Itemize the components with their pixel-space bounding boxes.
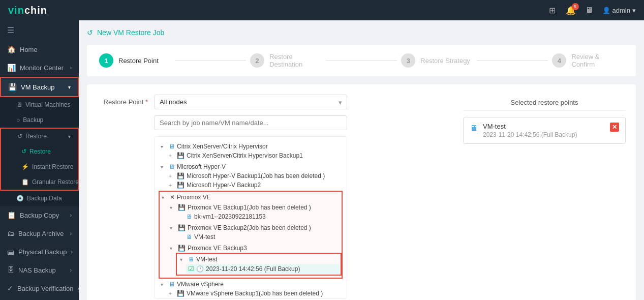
hyperv-b2-label: Microsoft Hyper-V Backup2	[187, 182, 341, 189]
tree-row-vm-test-b2[interactable]: 🖥 VM-test	[176, 232, 342, 242]
citrix-b1-label: Citrix XenServer/Citrix Hypervisor Backu…	[187, 152, 341, 159]
rp-name: VM-test	[483, 123, 605, 130]
tree-row-hyperv[interactable]: ▾ 🖥 Microsoft Hyper-V	[159, 162, 343, 171]
rp-remove-button[interactable]: ✕	[610, 123, 619, 132]
backup-icon: ○	[16, 116, 20, 124]
hyperv-b2-icon: 💾	[177, 182, 185, 189]
admin-label: admin	[612, 7, 630, 14]
sidebar-item-backup[interactable]: ○ Backup	[0, 112, 79, 128]
physical-backup-chevron-icon: ›	[71, 249, 72, 255]
vm-test-b3-children: ☑ 🕐 2023-11-20 14:42:56 (Full Backup)	[186, 264, 340, 274]
citrix-b1-toggle: +	[169, 153, 175, 159]
nodes-select[interactable]: All nodes	[154, 95, 347, 109]
nodes-select-wrapper: All nodes ▾	[154, 95, 347, 109]
form-area: Restore Point * All nodes ▾	[97, 95, 455, 299]
proxmox-b1-label: Proxmox VE Backup1(Job has been deleted …	[188, 204, 340, 211]
sidebar-vm-backup-label: VM Backup	[21, 83, 54, 91]
vmware-toggle-icon: ▾	[161, 282, 167, 287]
sidebar-item-resources[interactable]: 📦 Resources ›	[0, 297, 79, 300]
tree-row-bk-vm1[interactable]: 🖥 bk-vm1--20230922181153	[176, 212, 342, 221]
hyperv-b1-label: Microsoft Hyper-V Backup1(Job has been d…	[187, 172, 341, 179]
step-1-label: Restore Point	[118, 57, 159, 65]
restore-point-card: 🖥 VM-test 2023-11-20 14:42:56 (Full Back…	[463, 117, 626, 144]
step-3-label: Restore Strategy	[420, 57, 470, 65]
vm-backup-submenu: 🖥 Virtual Machines ○ Backup ↺ Restore ▾ …	[0, 97, 79, 206]
tree-row-citrix[interactable]: ▾ 🖥 Citrix XenServer/Citrix Hypervisor	[159, 142, 343, 151]
main-layout: ☰ 🏠 Home 📊 Monitor Center › 💾 VM Backup …	[0, 20, 644, 300]
tree-row-proxmox-b3[interactable]: ▾ 💾 Proxmox VE Backup3	[168, 244, 342, 253]
backup-data-icon: 💿	[16, 195, 24, 202]
logo: vinchin	[8, 5, 47, 16]
hyperv-label: Microsoft Hyper-V	[177, 163, 341, 170]
backup-archive-icon: 🗂	[7, 229, 14, 237]
sidebar-item-monitor[interactable]: 📊 Monitor Center ›	[0, 58, 79, 77]
sidebar-item-home[interactable]: 🏠 Home	[0, 40, 79, 58]
vm-test-b2-icon: 🖥	[186, 233, 192, 241]
tree-row-proxmox[interactable]: ▾ ✕ Proxmox VE	[160, 193, 342, 202]
admin-menu[interactable]: 👤 admin ▾	[602, 7, 636, 14]
panel-title: Selected restore points	[463, 95, 626, 111]
vm-icon: 🖥	[16, 101, 22, 108]
citrix-b1-icon: 💾	[177, 152, 185, 159]
backup-copy-icon: 📋	[7, 211, 16, 219]
sidebar-item-restore[interactable]: ↺ Restore ▾	[1, 129, 78, 144]
sidebar-item-vm-backup[interactable]: 💾 VM Backup ▾	[0, 77, 79, 97]
rp-vm-icon: 🖥	[470, 124, 478, 133]
hyperv-children: + 💾 Microsoft Hyper-V Backup1(Job has be…	[167, 171, 343, 190]
search-input[interactable]	[154, 115, 347, 130]
sidebar-item-backup-verification[interactable]: ✓ Backup Verification ›	[0, 279, 79, 297]
main-content: ↺ New VM Restore Job 1 Restore Point 2 R…	[79, 20, 644, 300]
tree-row-hyperv-backup1[interactable]: + 💾 Microsoft Hyper-V Backup1(Job has be…	[167, 171, 343, 181]
step-1-num: 1	[99, 53, 113, 68]
granular-restore-icon: 📋	[21, 178, 29, 186]
tree-row-proxmox-b1[interactable]: ▾ 💾 Proxmox VE Backup1(Job has been dele…	[168, 203, 342, 212]
tree-row-proxmox-b2[interactable]: ▾ 💾 Proxmox VE Backup2(Job has been dele…	[168, 223, 342, 232]
step-divider-2	[326, 61, 397, 61]
sidebar-item-backup-archive[interactable]: 🗂 Backup Archive ›	[0, 224, 79, 243]
notification-bell[interactable]: 🔔 5	[566, 5, 576, 15]
tree-container: ▾ 🖥 Citrix XenServer/Citrix Hypervisor +…	[154, 136, 347, 299]
sidebar-item-granular-restore[interactable]: 📋 Granular Restore	[5, 174, 78, 190]
sidebar-item-physical-backup[interactable]: 🖴 Physical Backup ›	[0, 243, 79, 261]
monitor-icon[interactable]: 🖥	[584, 5, 594, 15]
grid-icon[interactable]: ⊞	[547, 5, 558, 15]
step-4: 4 Review & Confirm	[552, 53, 624, 68]
tree-row-hyperv-backup2[interactable]: + 💾 Microsoft Hyper-V Backup2	[167, 181, 343, 190]
backup-copy-chevron-icon: ›	[70, 213, 72, 218]
vm-backup-icon: 💾	[8, 83, 17, 91]
citrix-children: + 💾 Citrix XenServer/Citrix Hypervisor B…	[167, 151, 343, 160]
restore-point-label: Restore Point *	[97, 98, 148, 106]
vsphere-b1-icon: 💾	[177, 290, 185, 297]
tree-node-vm-test-b3: ▾ 🖥 VM-test ☑ 🕐 2	[176, 253, 342, 276]
vm-test-b3-label: VM-test	[196, 256, 338, 263]
tree-row-citrix-backup1[interactable]: + 💾 Citrix XenServer/Citrix Hypervisor B…	[167, 151, 343, 160]
sidebar-item-virtual-machines[interactable]: 🖥 Virtual Machines	[0, 97, 79, 112]
rp-time: 2023-11-20 14:42:56 (Full Backup)	[483, 131, 605, 138]
hyperv-b1-toggle: +	[169, 173, 175, 179]
sidebar-toggle[interactable]: ☰	[0, 20, 79, 40]
proxmox-b2-toggle: ▾	[170, 225, 176, 231]
backup-archive-chevron-icon: ›	[70, 231, 72, 236]
backup-verification-icon: ✓	[7, 284, 13, 292]
tree-row-restore-point[interactable]: ☑ 🕐 2023-11-20 14:42:56 (Full Backup)	[186, 264, 340, 274]
tree-node-proxmox: ▾ ✕ Proxmox VE ▾ 💾 Proxmox VE Backup1(Jo…	[159, 191, 343, 279]
proxmox-b1-children: 🖥 bk-vm1--20230922181153	[176, 212, 342, 221]
restore-point-time-icon: 🕐	[196, 265, 204, 273]
rp-info: VM-test 2023-11-20 14:42:56 (Full Backup…	[483, 123, 605, 138]
monitor-center-icon: 📊	[7, 64, 16, 72]
tree-node-proxmox-b1: ▾ 💾 Proxmox VE Backup1(Job has been dele…	[168, 202, 342, 222]
tree-row-vmware[interactable]: ▾ 🖥 VMware vSphere	[159, 280, 343, 289]
proxmox-b3-icon: 💾	[178, 245, 186, 252]
tree-row-vm-test-b3[interactable]: ▾ 🖥 VM-test	[178, 255, 340, 264]
tree-row-vsphere-backup1[interactable]: + 💾 VMware vSphere Backup1(Job has been …	[167, 289, 343, 298]
restore-point-row: Restore Point * All nodes ▾	[97, 95, 455, 109]
sidebar-item-nas-backup[interactable]: 🗄 NAS Backup ›	[0, 261, 79, 279]
vm-test-b3-icon: 🖥	[188, 256, 194, 263]
bk-vm1-toggle	[178, 214, 184, 220]
vm-test-b2-toggle	[178, 234, 184, 240]
topbar: vinchin ⊞ 🔔 5 🖥 👤 admin ▾	[0, 0, 644, 20]
sidebar-item-restore-sub[interactable]: ↺ Restore	[5, 144, 78, 159]
sidebar-item-instant-restore[interactable]: ⚡ Instant Restore	[5, 159, 78, 174]
sidebar-item-backup-copy[interactable]: 📋 Backup Copy ›	[0, 206, 79, 224]
sidebar-item-backup-data[interactable]: 💿 Backup Data	[0, 191, 79, 206]
